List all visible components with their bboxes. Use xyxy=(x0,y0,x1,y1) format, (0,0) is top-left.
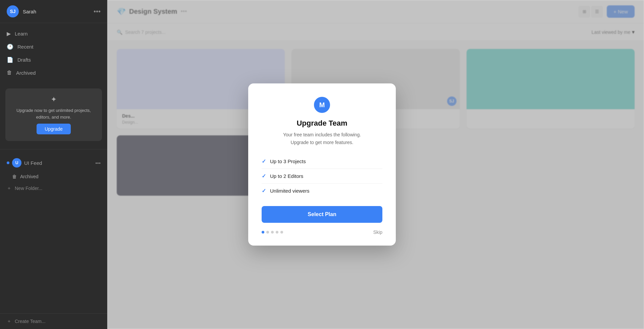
feature-item: ✓ Unlimited viewers xyxy=(262,184,382,198)
folder-archived-icon: 🗑 xyxy=(12,174,17,179)
upgrade-text: Upgrade now to get unlimited projects, e… xyxy=(12,107,95,120)
create-team-label: Create Team... xyxy=(15,319,46,324)
team-avatar: U xyxy=(12,158,21,168)
sidebar-divider xyxy=(0,149,107,149)
dot-5 xyxy=(280,231,283,234)
feature-item: ✓ Up to 2 Editors xyxy=(262,169,382,184)
upgrade-modal: M Upgrade Team Your free team includes t… xyxy=(248,83,396,246)
dot-3 xyxy=(271,231,274,234)
sidebar-item-drafts[interactable]: 📄 Drafts xyxy=(0,53,107,66)
team-header[interactable]: U UI Feed ••• xyxy=(0,155,107,171)
trash-icon: 🗑 xyxy=(7,70,12,76)
sidebar-item-recent[interactable]: 🕐 Recent xyxy=(0,40,107,53)
sidebar-item-learn-label: Learn xyxy=(15,31,28,37)
pagination-dots xyxy=(262,231,283,234)
modal-footer: Skip xyxy=(262,229,382,235)
feature-item: ✓ Up to 3 Projects xyxy=(262,154,382,169)
plus-icon: ＋ xyxy=(7,185,11,191)
new-folder-item[interactable]: ＋ New Folder... xyxy=(0,182,107,194)
user-avatar: SJ xyxy=(7,5,19,17)
clock-icon: 🕐 xyxy=(7,44,13,50)
feature-label: Unlimited viewers xyxy=(270,188,310,194)
upgrade-button[interactable]: Upgrade xyxy=(37,124,71,134)
username: Sarah xyxy=(23,9,36,14)
archived-label: Archived xyxy=(20,174,38,179)
team-menu-button[interactable]: ••• xyxy=(95,160,101,166)
dot-2 xyxy=(266,231,269,234)
user-menu-button[interactable]: ••• xyxy=(94,8,101,15)
sidebar: SJ Sarah ••• ▶ Learn 🕐 Recent 📄 Drafts 🗑… xyxy=(0,0,107,329)
modal-title: Upgrade Team xyxy=(297,119,347,128)
sidebar-nav: ▶ Learn 🕐 Recent 📄 Drafts 🗑 Archived xyxy=(0,23,107,83)
skip-button[interactable]: Skip xyxy=(373,229,382,235)
sidebar-item-recent-label: Recent xyxy=(17,44,34,50)
feature-label: Up to 3 Projects xyxy=(270,158,306,164)
sidebar-item-learn[interactable]: ▶ Learn xyxy=(0,27,107,40)
create-team-item[interactable]: ＋ Create Team... xyxy=(0,313,107,329)
sidebar-user[interactable]: SJ Sarah xyxy=(7,5,36,17)
upgrade-box: ✦ Upgrade now to get unlimited projects,… xyxy=(5,88,102,141)
modal-subtitle: Your free team includes the following.Up… xyxy=(283,131,361,146)
sidebar-item-archived-team[interactable]: 🗑 Archived xyxy=(0,171,107,182)
dot-4 xyxy=(276,231,278,234)
check-icon: ✓ xyxy=(262,173,266,179)
team-indicator xyxy=(7,161,9,164)
sidebar-item-archived[interactable]: 🗑 Archived xyxy=(0,66,107,79)
sidebar-item-archived-label: Archived xyxy=(16,70,36,76)
modal-avatar: M xyxy=(314,97,330,113)
feature-label: Up to 2 Editors xyxy=(270,173,303,179)
new-folder-label: New Folder... xyxy=(15,186,42,191)
check-icon: ✓ xyxy=(262,188,266,194)
check-icon: ✓ xyxy=(262,158,266,164)
team-section: U UI Feed ••• 🗑 Archived ＋ New Folder... xyxy=(0,152,107,313)
draft-icon: 📄 xyxy=(7,57,13,63)
create-team-plus-icon: ＋ xyxy=(7,318,11,324)
sidebar-header: SJ Sarah ••• xyxy=(0,0,107,23)
sidebar-item-drafts-label: Drafts xyxy=(17,57,31,63)
team-name: UI Feed xyxy=(24,160,42,166)
play-icon: ▶ xyxy=(7,30,11,37)
star-icon: ✦ xyxy=(51,95,57,104)
modal-features: ✓ Up to 3 Projects ✓ Up to 2 Editors ✓ U… xyxy=(262,154,382,198)
dot-1 xyxy=(262,231,264,234)
select-plan-button[interactable]: Select Plan xyxy=(262,206,382,223)
